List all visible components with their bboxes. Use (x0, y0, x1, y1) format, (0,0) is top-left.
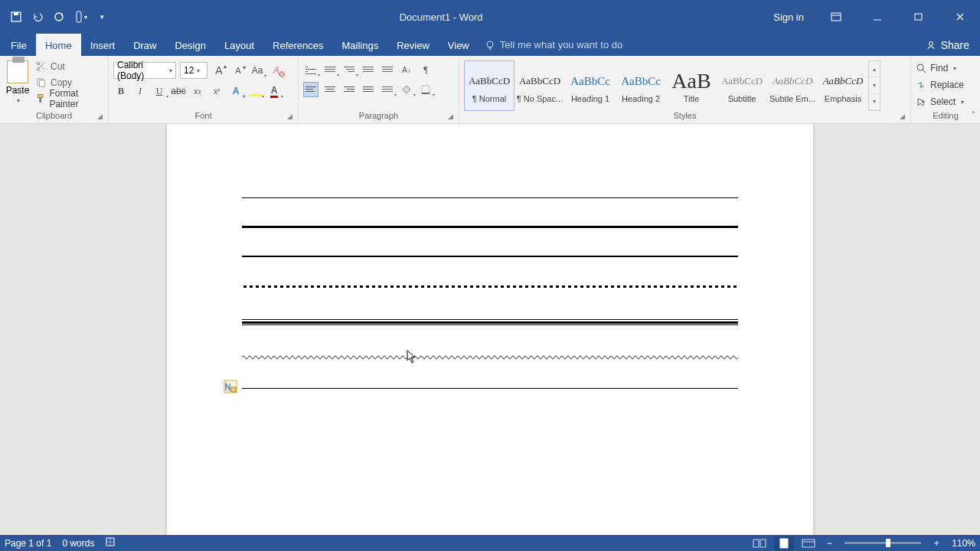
select-label: Select (930, 96, 956, 107)
page-count[interactable]: Page 1 of 1 (5, 538, 51, 549)
shading-button[interactable] (399, 82, 414, 97)
styles-gallery[interactable]: AaBbCcD¶ NormalAaBbCcD¶ No Spac...AaBbCc… (464, 59, 906, 111)
font-name-combo[interactable]: Calibri (Body)▾ (113, 62, 176, 79)
tab-home[interactable]: Home (36, 34, 81, 56)
tab-references[interactable]: References (263, 34, 332, 56)
horizontal-line-thin-last (242, 388, 738, 389)
align-center-button[interactable] (322, 82, 338, 97)
print-layout-icon[interactable] (774, 536, 794, 550)
ribbon-options-icon[interactable] (821, 6, 851, 28)
clipboard-dialog-icon[interactable]: ◢ (97, 112, 106, 122)
italic-button[interactable]: I (132, 83, 148, 99)
autocorrect-options-icon[interactable] (224, 380, 237, 393)
align-right-button[interactable] (341, 82, 357, 97)
tab-view[interactable]: View (439, 34, 479, 56)
ribbon-tabs: File Home Insert Draw Design Layout Refe… (0, 34, 980, 56)
styles-scroll[interactable]: ▴▾▾ (868, 60, 880, 111)
multilevel-button[interactable] (341, 62, 357, 77)
strikethrough-button[interactable]: abc (171, 83, 186, 99)
line-spacing-button[interactable] (380, 82, 395, 97)
maximize-icon[interactable] (903, 6, 934, 28)
zoom-out-button[interactable]: − (823, 538, 835, 549)
web-layout-icon[interactable] (799, 536, 818, 550)
highlight-button[interactable] (247, 83, 263, 99)
align-left-button[interactable] (303, 82, 318, 97)
zoom-level[interactable]: 110% (952, 538, 975, 549)
style-item[interactable]: AaBbCcHeading 2 (616, 60, 666, 111)
change-case-button[interactable]: Aa (250, 63, 265, 78)
svg-point-2 (55, 13, 63, 21)
style-item[interactable]: AaBbCcD¶ Normal (464, 60, 514, 111)
sort-button[interactable]: A↓ (399, 62, 414, 77)
tab-draw[interactable]: Draw (124, 34, 165, 56)
undo-icon[interactable] (31, 10, 44, 24)
read-mode-icon[interactable] (750, 536, 769, 550)
svg-rect-19 (760, 540, 766, 547)
borders-button[interactable] (418, 82, 433, 97)
save-icon[interactable] (9, 10, 23, 24)
shrink-font-button[interactable]: A▾ (230, 63, 246, 78)
document-area[interactable] (0, 124, 980, 535)
justify-button[interactable] (361, 82, 376, 97)
style-item[interactable]: AaBbCcDSubtitle (717, 60, 767, 111)
horizontal-line-wavy (242, 354, 738, 360)
page[interactable] (167, 124, 813, 535)
style-item[interactable]: AaBbCcD¶ No Spac... (514, 60, 565, 111)
numbering-button[interactable] (322, 62, 338, 77)
clear-formatting-button[interactable]: A (269, 63, 284, 78)
paragraph-dialog-icon[interactable]: ◢ (448, 112, 457, 122)
style-item[interactable]: AaBbCcDSubtle Em... (767, 60, 818, 111)
zoom-slider[interactable] (844, 542, 921, 544)
tell-me-search[interactable]: Tell me what you want to do (479, 34, 915, 56)
share-button[interactable]: Share (915, 34, 980, 56)
select-button[interactable]: Select▾ (916, 94, 964, 109)
tab-file[interactable]: File (2, 34, 36, 56)
collapse-ribbon-icon[interactable]: ˄ (972, 110, 975, 119)
close-icon[interactable] (945, 6, 975, 28)
styles-dialog-icon[interactable]: ◢ (900, 112, 909, 122)
select-icon (916, 96, 926, 107)
tab-insert[interactable]: Insert (81, 34, 125, 56)
tab-design[interactable]: Design (166, 34, 215, 56)
text-effects-button[interactable]: A (228, 83, 243, 99)
superscript-button[interactable]: x (209, 83, 224, 99)
grow-font-button[interactable]: A▴ (211, 63, 227, 78)
svg-rect-13 (422, 86, 430, 93)
decrease-indent-button[interactable] (361, 62, 376, 77)
horizontal-line-medium (242, 256, 738, 257)
editing-group-label: Editing (916, 111, 975, 122)
cut-button[interactable]: Cut (35, 59, 103, 73)
share-icon (926, 40, 936, 51)
format-painter-button[interactable]: Format Painter (35, 91, 103, 106)
show-marks-button[interactable]: ¶ (418, 62, 433, 77)
underline-button[interactable]: U (152, 83, 167, 99)
font-dialog-icon[interactable]: ◢ (287, 112, 296, 122)
font-size-combo[interactable]: 12▾ (180, 62, 207, 79)
subscript-button[interactable]: x (190, 83, 205, 99)
zoom-in-button[interactable]: + (930, 538, 942, 549)
font-color-button[interactable]: A (266, 83, 282, 99)
style-item[interactable]: AaBbCcDEmphasis (818, 60, 868, 111)
word-count[interactable]: 0 words (62, 538, 94, 549)
style-item[interactable]: AaBTitle (666, 60, 717, 111)
tab-review[interactable]: Review (387, 34, 439, 56)
sign-in-link[interactable]: Sign in (773, 11, 810, 23)
tab-layout[interactable]: Layout (215, 34, 263, 56)
qat-customize-icon[interactable]: ▾ (95, 10, 109, 24)
find-button[interactable]: Find▾ (916, 60, 956, 76)
touch-mode-icon[interactable]: ▾ (74, 10, 87, 24)
font-group-label: Font (113, 111, 293, 122)
replace-button[interactable]: Replace (916, 77, 964, 93)
styles-group-label: Styles (464, 111, 906, 122)
spellcheck-icon[interactable] (105, 536, 117, 549)
svg-rect-3 (77, 11, 81, 22)
style-item[interactable]: AaBbCcHeading 1 (565, 60, 616, 111)
increase-indent-button[interactable] (380, 62, 395, 77)
bold-button[interactable]: B (113, 83, 129, 99)
paste-button[interactable]: Paste ▾ (5, 59, 31, 104)
bullets-button[interactable] (303, 62, 318, 77)
title-bar: ▾ ▾ Document1 - Word Sign in (0, 0, 980, 34)
redo-icon[interactable] (52, 10, 66, 24)
tab-mailings[interactable]: Mailings (333, 34, 388, 56)
minimize-icon[interactable] (862, 6, 893, 28)
